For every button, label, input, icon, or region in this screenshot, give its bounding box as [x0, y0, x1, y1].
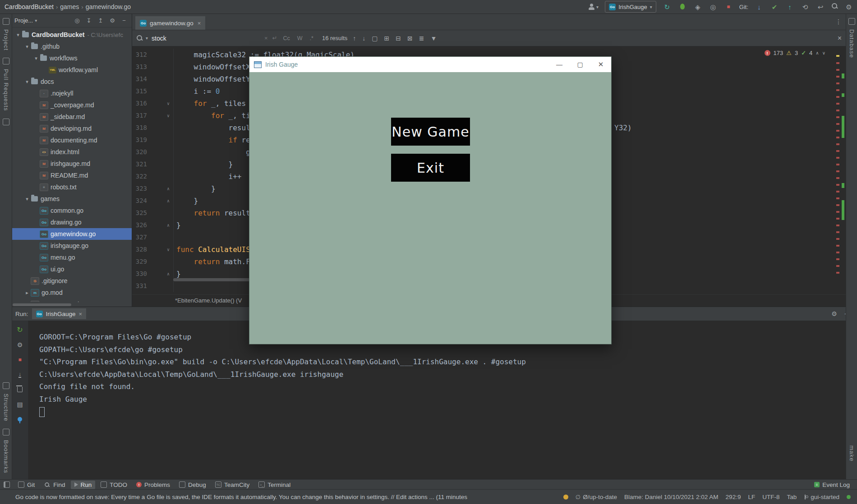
- clear-console-button[interactable]: [16, 385, 24, 394]
- tree-item-gamewindow-go[interactable]: Gogamewindow.go: [12, 228, 132, 240]
- run-tab-irishgauge[interactable]: Go IrishGauge ×: [32, 308, 87, 319]
- line-number[interactable]: 322: [132, 170, 147, 183]
- tree-item-license-md[interactable]: MLICENSE.md: [12, 298, 132, 302]
- settings-gear-button[interactable]: ⚙: [844, 4, 853, 10]
- status-widget-utf-8[interactable]: UTF-8: [762, 494, 779, 500]
- project-toolwindow-icon[interactable]: [3, 18, 9, 25]
- line-number[interactable]: 314: [132, 73, 147, 85]
- pin-tab-button[interactable]: [16, 415, 24, 423]
- pull-requests-toolwindow-icon[interactable]: [3, 58, 9, 64]
- line-number[interactable]: 320: [132, 146, 147, 158]
- find-in-selection-button[interactable]: ▢: [371, 35, 378, 42]
- toolwindow-stub-debug[interactable]: Debug: [175, 481, 210, 489]
- tree-item-readme-md[interactable]: MREADME.md: [12, 170, 132, 181]
- line-number[interactable]: 315: [132, 85, 147, 97]
- run-configuration-selector[interactable]: Go IrishGauge ▾: [605, 1, 656, 13]
- line-number[interactable]: 326: [132, 219, 147, 231]
- chevron-down-icon[interactable]: ▾: [35, 18, 37, 23]
- fold-marker-icon[interactable]: ∧: [147, 195, 173, 207]
- vcs-rollback-button[interactable]: ↩: [816, 4, 825, 10]
- status-widget-dot-green[interactable]: [847, 495, 851, 499]
- status-widget-lf[interactable]: LF: [748, 494, 755, 500]
- close-window-button[interactable]: ✕: [590, 57, 611, 72]
- toolwindow-stub-run[interactable]: Run: [71, 481, 96, 489]
- regex-toggle[interactable]: .*: [309, 34, 315, 42]
- irish-gauge-title-bar[interactable]: Irish Gauge — ▢ ✕: [249, 57, 611, 72]
- line-number[interactable]: 331: [132, 280, 147, 292]
- tree-item-common-go[interactable]: Gocommon.go: [12, 205, 132, 216]
- editor-tab-gamewindow[interactable]: Go gamewindow.go ×: [135, 16, 205, 30]
- close-run-tab-icon[interactable]: ×: [79, 311, 83, 317]
- toolwindow-stub-pull-requests[interactable]: Pull Requests: [3, 69, 9, 111]
- tree-root-item[interactable]: ▾ CardboardBucket - C:\Users\efc: [12, 29, 132, 41]
- line-number[interactable]: 327: [132, 231, 147, 243]
- line-number[interactable]: 325: [132, 207, 147, 219]
- project-horizontal-scrollbar[interactable]: [13, 303, 71, 306]
- user-account-button[interactable]: ▾: [588, 3, 599, 10]
- collapse-all-button[interactable]: ↥: [96, 17, 106, 24]
- locate-file-button[interactable]: ◎: [72, 17, 82, 24]
- expand-all-button[interactable]: ↧: [84, 17, 94, 24]
- previous-occurrence-button[interactable]: ↑: [352, 35, 357, 42]
- tree-chevron[interactable]: ▾: [14, 32, 22, 38]
- close-find-bar-icon[interactable]: ×: [838, 34, 842, 42]
- vcs-update-button[interactable]: ↓: [755, 4, 764, 10]
- add-selection-button[interactable]: ⊞: [383, 35, 391, 42]
- line-number[interactable]: 313: [132, 61, 147, 73]
- structure-toolwindow-icon[interactable]: [3, 382, 9, 389]
- line-number[interactable]: 324: [132, 195, 147, 207]
- tree-item--sidebar-md[interactable]: M_sidebar.md: [12, 111, 132, 123]
- status-message[interactable]: Go code is now formatted on save: Every …: [15, 494, 556, 500]
- fold-marker-icon[interactable]: ∧: [147, 219, 173, 231]
- hide-panel-button[interactable]: −: [119, 17, 129, 24]
- debug-button[interactable]: [678, 4, 687, 10]
- line-number[interactable]: 330: [132, 268, 147, 280]
- tree-item-drawing-go[interactable]: Godrawing.go: [12, 216, 132, 228]
- breadcrumb-file[interactable]: gamewindow.go: [86, 3, 131, 10]
- search-query[interactable]: stock: [152, 35, 260, 42]
- match-case-toggle[interactable]: Cc: [282, 34, 291, 42]
- inspections-widget[interactable]: ! 173 ⚠ 3 ✓ 4 ∧ ∨: [765, 50, 825, 56]
- tree-item-irishgauge-md[interactable]: Mirishgauge.md: [12, 158, 132, 170]
- clear-search-icon[interactable]: ×: [264, 35, 268, 41]
- tree-item-menu-go[interactable]: Gomenu.go: [12, 252, 132, 263]
- filter-funnel-icon[interactable]: ▼: [430, 35, 438, 42]
- new-game-button[interactable]: New Game: [391, 118, 470, 146]
- tree-item-developing-md[interactable]: Mdeveloping.md: [12, 123, 132, 134]
- toolwindow-stub-bookmarks[interactable]: Bookmarks: [3, 440, 9, 473]
- toolwindow-stub-find[interactable]: Find: [40, 481, 69, 489]
- vcs-push-button[interactable]: ↑: [785, 4, 794, 10]
- run-settings-gear-icon[interactable]: ⚙: [831, 310, 837, 317]
- fold-marker-icon[interactable]: ∨: [147, 110, 173, 122]
- tree-item--coverpage-md[interactable]: M_coverpage.md: [12, 99, 132, 111]
- tree-item-workflow-yaml[interactable]: YMLworkflow.yaml: [12, 64, 132, 76]
- toolwindow-stub-make[interactable]: make: [848, 445, 855, 462]
- search-history-chevron-icon[interactable]: ▾: [146, 36, 148, 41]
- coverage-button[interactable]: ◈: [693, 4, 702, 10]
- tab-options-icon[interactable]: ⋮: [835, 18, 842, 25]
- line-number[interactable]: 328: [132, 243, 147, 256]
- tree-chevron[interactable]: ▸: [23, 290, 31, 296]
- toolwindow-stub-project[interactable]: Project: [3, 29, 9, 50]
- toolwindow-stub-teamcity[interactable]: TCTeamCity: [212, 481, 253, 489]
- vcs-commit-button[interactable]: ✔: [770, 4, 779, 10]
- fold-marker-icon[interactable]: ∨: [147, 97, 173, 110]
- minimize-window-button[interactable]: —: [549, 57, 570, 72]
- tree-item--nojekyll[interactable]: ·.nojekyll: [12, 87, 132, 99]
- status-widget-blame-daniel-10-10-2021-2-02-am[interactable]: Blame: Daniel 10/10/2021 2:02 AM: [624, 494, 719, 500]
- toolwindow-stub-event-log[interactable]: ≡ Event Log: [811, 481, 853, 489]
- toolwindow-stub-git[interactable]: Git: [14, 481, 38, 489]
- tree-chevron[interactable]: ▾: [23, 44, 31, 50]
- profiler-button[interactable]: ◎: [709, 4, 718, 10]
- tree-item-ui-go[interactable]: Goui.go: [12, 263, 132, 275]
- previous-error-chevron-icon[interactable]: ∧: [816, 50, 819, 55]
- select-all-occurrences-button[interactable]: ⊠: [406, 35, 414, 42]
- close-tab-icon[interactable]: ×: [198, 20, 201, 27]
- fold-marker-icon[interactable]: ∧: [147, 183, 173, 195]
- stop-process-button[interactable]: ■: [16, 356, 24, 364]
- tree-item-irishgauge-go[interactable]: Goirishgauge.go: [12, 240, 132, 252]
- irish-gauge-window[interactable]: Irish Gauge — ▢ ✕ New Game Exit: [249, 56, 612, 344]
- vcs-history-button[interactable]: ⟲: [801, 4, 810, 10]
- line-number[interactable]: 316: [132, 97, 147, 110]
- breadcrumb-folder[interactable]: games: [60, 3, 79, 10]
